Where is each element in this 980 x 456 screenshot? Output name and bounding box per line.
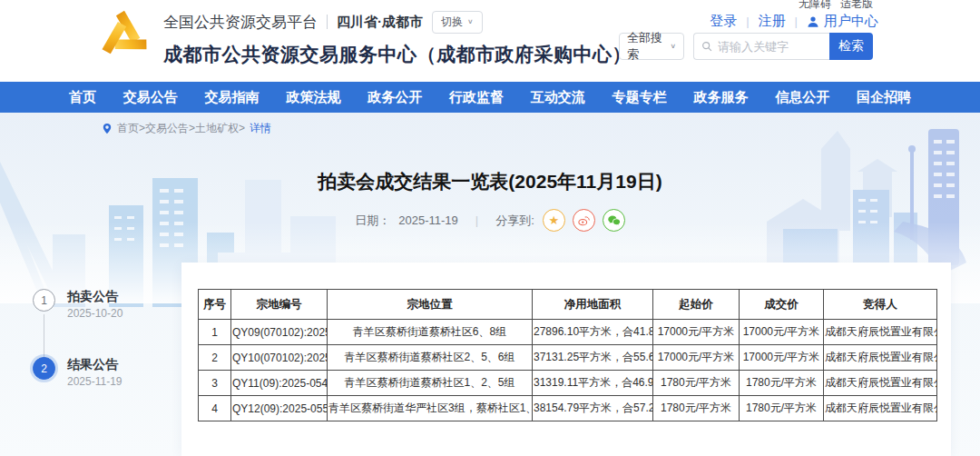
table-cell: 1780元/平方米 <box>740 371 824 396</box>
nav-item-8[interactable]: 专题专栏 <box>612 89 667 106</box>
table-cell: 青羊区蔡桥街道蔡桥社区2、5、6组 <box>328 345 533 371</box>
nav-item-1[interactable]: 首页 <box>69 89 96 106</box>
timeline-step-number: 2 <box>33 357 55 380</box>
article-meta: 日期： 2025-11-19 | 分享到: ★ <box>0 209 980 232</box>
table-header-cell: 起始价 <box>653 290 740 320</box>
share-label: 分享到: <box>495 213 534 229</box>
table-header-cell: 序号 <box>199 290 231 320</box>
search-scope-select[interactable]: 全部搜索 ∨ <box>619 33 684 60</box>
auth-divider: | <box>795 15 798 28</box>
timeline-step-2[interactable]: 2结果公告2025-11-19 <box>33 357 122 388</box>
nav-item-5[interactable]: 政务公开 <box>368 89 422 106</box>
favorite-share-icon[interactable]: ★ <box>543 209 565 232</box>
table-cell: 青羊区蔡桥街道蔡桥社区1、2、5组 <box>328 371 533 396</box>
search-bar: 全部搜索 ∨ 检索 <box>619 33 873 60</box>
table-cell: 17000元/平方米 <box>653 320 740 345</box>
table-cell: 成都天府辰悦置业有限公司 <box>824 371 937 396</box>
table-row: 3QY11(09):2025-054青羊区蔡桥街道蔡桥社区1、2、5组31319… <box>199 371 937 396</box>
breadcrumb-current: 详情 <box>250 121 271 136</box>
meta-divider: | <box>475 213 478 227</box>
table-cell: 38154.79平方米，合57.2321亩 <box>533 396 653 421</box>
site-header: 无障碍 适老版 全国公共资源交易平台 四川省 <box>0 0 980 82</box>
chevron-down-icon: ∨ <box>670 43 676 50</box>
user-icon <box>807 15 819 28</box>
nav-item-10[interactable]: 信息公开 <box>775 89 829 106</box>
brand-divider <box>327 15 328 29</box>
table-cell: 31319.11平方米，合46.9787亩 <box>533 371 653 396</box>
content-card: 序号宗地编号宗地位置净用地面积起始价成交价竞得人1QY09(070102):20… <box>181 263 951 456</box>
breadcrumb-path[interactable]: 首页>交易公告>土地矿权> <box>117 121 245 136</box>
table-header-cell: 竞得人 <box>824 290 937 320</box>
table-header-cell: 成交价 <box>740 290 824 320</box>
table-cell: QY12(09):2025-055 <box>231 396 328 421</box>
table-cell: 4 <box>199 396 231 421</box>
nav-item-6[interactable]: 行政监督 <box>449 89 504 106</box>
search-icon <box>701 40 712 53</box>
accessibility-links: 无障碍 适老版 <box>799 0 873 12</box>
table-cell: 17000元/平方米 <box>653 345 740 371</box>
timeline-step-1[interactable]: 1拍卖公告2025-10-20 <box>33 289 122 320</box>
wechat-share-icon[interactable] <box>603 209 625 232</box>
table-cell: 1 <box>199 320 231 345</box>
region-name: 四川省·成都市 <box>337 14 423 31</box>
search-input[interactable] <box>718 40 822 54</box>
nav-item-9[interactable]: 政务服务 <box>693 89 748 106</box>
table-cell: 成都天府辰悦置业有限公司 <box>824 345 937 371</box>
location-pin-icon <box>102 123 113 134</box>
auction-result-table: 序号宗地编号宗地位置净用地面积起始价成交价竞得人1QY09(070102):20… <box>198 289 937 421</box>
nav-item-7[interactable]: 互动交流 <box>531 89 585 106</box>
auth-divider: | <box>746 15 749 28</box>
table-header-cell: 净用地面积 <box>533 290 653 320</box>
table-cell: QY11(09):2025-054 <box>231 371 328 396</box>
timeline-step-label: 拍卖公告 <box>67 289 122 303</box>
user-center-link[interactable]: 用户中心 <box>824 13 878 30</box>
table-cell: 17000元/平方米 <box>740 320 824 345</box>
barrier-free-link[interactable]: 无障碍 <box>799 0 831 12</box>
table-cell: 1780元/平方米 <box>740 396 824 421</box>
table-cell: 成都天府辰悦置业有限公司 <box>824 396 937 421</box>
table-cell: 17000元/平方米 <box>740 345 824 371</box>
nav-item-11[interactable]: 国企招聘 <box>857 89 911 106</box>
auth-links: 登录 | 注册 | 用户中心 <box>710 13 878 30</box>
table-cell: 成都天府辰悦置业有限公司 <box>824 320 937 345</box>
table-row: 4QY12(09):2025-055青羊区蔡桥街道华严社区3组，蔡桥社区1、3、… <box>199 396 937 421</box>
page: 无障碍 适老版 全国公共资源交易平台 四川省 <box>0 0 980 456</box>
timeline-step-number: 1 <box>33 289 55 312</box>
table-cell: 1780元/平方米 <box>653 371 740 396</box>
region-switch-button[interactable]: 切换 ∨ <box>432 11 483 34</box>
page-title: 拍卖会成交结果一览表(2025年11月19日) <box>0 169 980 194</box>
platform-name: 全国公共资源交易平台 <box>163 12 318 33</box>
table-cell: 27896.10平方米，合41.8442亩 <box>533 320 653 345</box>
nav-item-2[interactable]: 交易公告 <box>123 89 178 106</box>
table-cell: 1780元/平方米 <box>653 396 740 421</box>
timeline-step-date: 2025-10-20 <box>67 307 122 320</box>
brand-block: 全国公共资源交易平台 四川省·成都市 切换 ∨ 成都市公共资源交易服务中心（成都… <box>163 10 632 67</box>
site-logo[interactable] <box>96 8 152 64</box>
nav-item-4[interactable]: 政策法规 <box>286 89 340 106</box>
table-row: 1QY09(070102):2025-052青羊区蔡桥街道蔡桥社区6、8组278… <box>199 320 937 345</box>
article-date: 2025-11-19 <box>398 213 458 227</box>
table-cell: QY10(070102):2025-053 <box>231 345 328 371</box>
search-submit-button[interactable]: 检索 <box>829 33 873 60</box>
site-title: 成都市公共资源交易服务中心（成都市政府采购中心） <box>163 42 632 67</box>
search-input-wrap <box>693 33 829 60</box>
login-link[interactable]: 登录 <box>710 13 737 30</box>
table-cell: 3 <box>199 371 231 396</box>
switch-label: 切换 <box>441 15 463 30</box>
timeline-step-label: 结果公告 <box>67 357 122 372</box>
nav-item-3[interactable]: 交易指南 <box>205 89 260 106</box>
share-icons: ★ <box>543 209 625 232</box>
table-row: 2QY10(070102):2025-053青羊区蔡桥街道蔡桥社区2、5、6组3… <box>199 345 937 371</box>
content-area: 首页>交易公告>土地矿权> 详情 拍卖会成交结果一览表(2025年11月19日)… <box>0 113 980 456</box>
weibo-share-icon[interactable] <box>573 209 595 232</box>
table-cell: 37131.25平方米，合55.6969亩 <box>533 345 653 371</box>
timeline-step-date: 2025-11-19 <box>67 375 122 388</box>
brand-top-row: 全国公共资源交易平台 四川省·成都市 切换 ∨ <box>163 10 632 34</box>
table-header-cell: 宗地位置 <box>328 290 533 320</box>
main-nav: 首页交易公告交易指南政策法规政务公开行政监督互动交流专题专栏政务服务信息公开国企… <box>0 82 980 113</box>
table-cell: 青羊区蔡桥街道华严社区3组，蔡桥社区1、3、5组 <box>328 396 533 421</box>
breadcrumb: 首页>交易公告>土地矿权> 详情 <box>102 121 271 136</box>
table-cell: QY09(070102):2025-052 <box>231 320 328 345</box>
elder-version-link[interactable]: 适老版 <box>840 0 873 12</box>
register-link[interactable]: 注册 <box>759 13 786 30</box>
